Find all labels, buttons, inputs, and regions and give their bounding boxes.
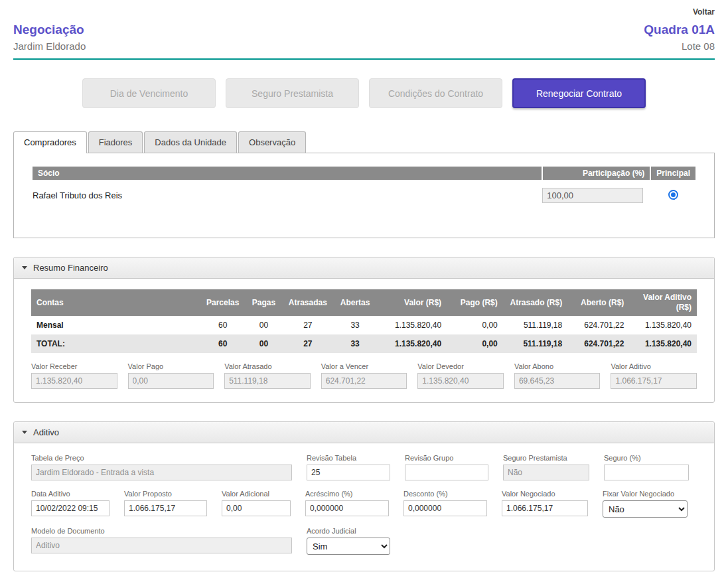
acrescimo-field: Acréscimo (%) bbox=[305, 490, 389, 518]
resumo-financeiro-header[interactable]: Resumo Financeiro bbox=[14, 257, 714, 279]
revisao-tabela-input[interactable] bbox=[307, 465, 390, 480]
valor-a-vencer-field: Valor a Vencer bbox=[321, 362, 407, 389]
modelo-de-documento-field: Modelo de Documento bbox=[31, 527, 292, 555]
tabela-de-preco-label: Tabela de Preço bbox=[31, 454, 292, 462]
tab-bar: Compradores Fiadores Dados da Unidade Ob… bbox=[13, 131, 715, 153]
tabs-container: Compradores Fiadores Dados da Unidade Ob… bbox=[13, 131, 715, 238]
data-aditivo-input[interactable] bbox=[31, 500, 109, 516]
col-contas: Contas bbox=[31, 289, 200, 316]
valor-a-vencer-label: Valor a Vencer bbox=[321, 362, 407, 370]
cell-aberto: 624.701,22 bbox=[567, 316, 629, 334]
acordo-judicial-label: Acordo Judicial bbox=[307, 527, 390, 535]
revisao-tabela-label: Revisão Tabela bbox=[307, 454, 390, 462]
buyer-row: Rafael Tributo dos Reis bbox=[33, 180, 695, 206]
valor-a-vencer-input bbox=[321, 373, 407, 389]
tab-dados-da-unidade[interactable]: Dados da Unidade bbox=[144, 131, 237, 153]
valor-negociado-input[interactable] bbox=[502, 500, 588, 516]
valor-negociado-field: Valor Negociado bbox=[502, 490, 588, 518]
resumo-financeiro-title: Resumo Financeiro bbox=[33, 263, 108, 273]
back-link[interactable]: Voltar bbox=[693, 7, 715, 17]
negotiation-page: Voltar Negociação Jardim Eldorado Quadra… bbox=[0, 0, 728, 580]
col-parcelas: Parcelas bbox=[200, 289, 246, 316]
seguro-percent-label: Seguro (%) bbox=[604, 454, 689, 462]
tabela-de-preco-field: Tabela de Preço bbox=[31, 454, 292, 480]
header-right: Quadra 01A Lote 08 bbox=[644, 23, 715, 52]
page-subtitle: Jardim Eldorado bbox=[13, 40, 86, 52]
seguro-prestamista-button: Seguro Prestamista bbox=[226, 78, 359, 108]
compradores-panel: Sócio Participação (%) Principal Rafael … bbox=[13, 153, 715, 238]
valor-aditivo-label: Valor Aditivo bbox=[611, 362, 697, 370]
valor-adicional-input[interactable] bbox=[222, 500, 291, 516]
aditivo-title: Aditivo bbox=[33, 427, 59, 437]
participation-input[interactable] bbox=[542, 188, 643, 203]
valor-abono-field: Valor Abono bbox=[514, 362, 601, 389]
seguro-percent-input[interactable] bbox=[604, 465, 689, 480]
valor-receber-field: Valor Receber bbox=[31, 362, 117, 389]
seguro-prestamista-field: Seguro Prestamista bbox=[503, 454, 589, 480]
total-label: TOTAL: bbox=[31, 334, 200, 353]
financial-table: Contas Parcelas Pagas Atrasadas Abertas … bbox=[31, 289, 697, 353]
total-pagas: 00 bbox=[246, 334, 281, 353]
cell-conta: Mensal bbox=[31, 316, 200, 334]
col-pagas: Pagas bbox=[246, 289, 281, 316]
cell-atrasado: 511.119,18 bbox=[503, 316, 567, 334]
tab-fiadores[interactable]: Fiadores bbox=[88, 131, 143, 153]
valor-devedor-label: Valor Devedor bbox=[417, 362, 504, 370]
header-left: Negociação Jardim Eldorado bbox=[13, 23, 86, 52]
tab-observacao[interactable]: Observação bbox=[238, 131, 306, 153]
seguro-prestamista-label: Seguro Prestamista bbox=[503, 454, 589, 462]
valor-pago-field: Valor Pago bbox=[128, 362, 214, 389]
resumo-financeiro-section: Resumo Financeiro Contas Parcelas Pagas … bbox=[13, 257, 715, 403]
valor-aditivo-field: Valor Aditivo bbox=[611, 362, 697, 389]
desconto-input[interactable] bbox=[403, 500, 487, 516]
valor-aditivo-input bbox=[611, 373, 697, 389]
fixar-valor-negociado-select[interactable]: Não bbox=[603, 500, 688, 518]
revisao-grupo-field: Revisão Grupo bbox=[405, 454, 488, 480]
valor-devedor-input bbox=[417, 373, 504, 389]
total-parcelas: 60 bbox=[200, 334, 246, 353]
valor-atrasado-label: Valor Atrasado bbox=[224, 362, 311, 370]
total-valor-aditivo: 1.135.820,40 bbox=[629, 334, 697, 353]
valor-proposto-label: Valor Proposto bbox=[124, 490, 207, 498]
cell-valor-aditivo: 1.135.820,40 bbox=[629, 316, 697, 334]
revisao-grupo-input[interactable] bbox=[405, 465, 488, 480]
acrescimo-label: Acréscimo (%) bbox=[305, 490, 389, 498]
aditivo-body: Tabela de Preço Revisão Tabela Revisão G… bbox=[14, 443, 714, 571]
tab-compradores[interactable]: Compradores bbox=[13, 131, 87, 153]
condicoes-contrato-button: Condições do Contrato bbox=[369, 78, 502, 108]
col-valor-aditivo: Valor Aditivo (R$) bbox=[629, 289, 697, 316]
col-abertas: Abertas bbox=[334, 289, 376, 316]
valor-adicional-label: Valor Adicional bbox=[222, 490, 291, 498]
dia-vencimento-button: Dia de Vencimento bbox=[82, 78, 216, 108]
revisao-grupo-label: Revisão Grupo bbox=[405, 454, 488, 462]
column-header-principal: Principal bbox=[650, 167, 695, 180]
collapse-arrow-icon bbox=[22, 266, 27, 269]
data-aditivo-field: Data Aditivo bbox=[31, 490, 109, 518]
col-aberto: Aberto (R$) bbox=[567, 289, 629, 316]
renegociar-contrato-button[interactable]: Renegociar Contrato bbox=[512, 78, 646, 108]
valor-pago-input bbox=[128, 373, 214, 389]
col-valor: Valor (R$) bbox=[376, 289, 447, 316]
cell-parcelas: 60 bbox=[200, 316, 246, 334]
acordo-judicial-select[interactable]: Sim bbox=[307, 538, 390, 555]
total-atrasadas: 27 bbox=[282, 334, 334, 353]
buyer-name: Rafael Tributo dos Reis bbox=[33, 180, 542, 206]
valor-negociado-label: Valor Negociado bbox=[502, 490, 588, 498]
desconto-field: Desconto (%) bbox=[403, 490, 487, 518]
resumo-financeiro-body: Contas Parcelas Pagas Atrasadas Abertas … bbox=[14, 279, 714, 402]
cell-atrasadas: 27 bbox=[282, 316, 334, 334]
modelo-de-documento-label: Modelo de Documento bbox=[31, 527, 292, 535]
fixar-valor-negociado-label: Fixar Valor Negociado bbox=[603, 490, 688, 498]
aditivo-header[interactable]: Aditivo bbox=[14, 422, 714, 443]
principal-radio[interactable] bbox=[668, 190, 678, 200]
acrescimo-input[interactable] bbox=[305, 500, 389, 516]
valor-proposto-field: Valor Proposto bbox=[124, 490, 207, 518]
cell-valor: 1.135.820,40 bbox=[376, 316, 447, 334]
total-abertas: 33 bbox=[334, 334, 376, 353]
fixar-valor-negociado-field: Fixar Valor Negociado Não bbox=[603, 490, 688, 518]
action-bar: Dia de Vencimento Seguro Prestamista Con… bbox=[13, 78, 715, 108]
col-pago: Pago (R$) bbox=[447, 289, 503, 316]
block-title: Quadra 01A bbox=[644, 23, 715, 37]
valor-proposto-input[interactable] bbox=[124, 500, 207, 516]
col-atrasadas: Atrasadas bbox=[282, 289, 334, 316]
